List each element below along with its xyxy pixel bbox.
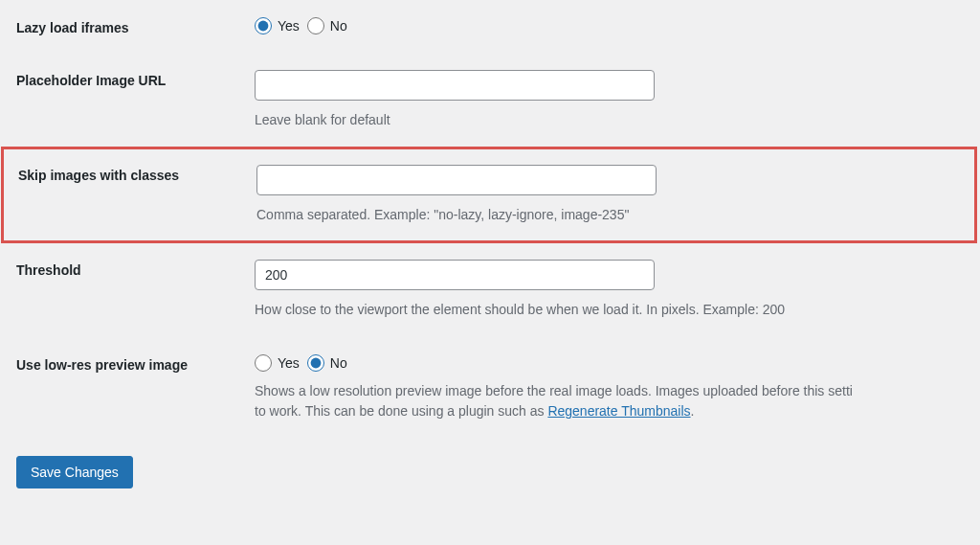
input-threshold[interactable] xyxy=(255,260,655,290)
label-threshold: Threshold xyxy=(0,260,255,278)
radio-label-no: No xyxy=(330,18,347,34)
description-placeholder-url: Leave blank for default xyxy=(255,110,966,130)
field-lowres-preview: Yes No Shows a low resolution preview im… xyxy=(255,354,980,421)
label-lowres-preview: Use low-res preview image xyxy=(0,354,255,373)
description-lowres-preview: Shows a low resolution preview image bef… xyxy=(255,381,966,421)
radio-lazy-iframes-no[interactable] xyxy=(307,17,324,34)
save-button[interactable]: Save Changes xyxy=(16,456,133,488)
label-placeholder-url: Placeholder Image URL xyxy=(0,70,255,88)
row-lowres-preview: Use low-res preview image Yes No Shows a… xyxy=(0,337,980,439)
description-threshold: How close to the viewport the element sh… xyxy=(255,300,966,320)
description-skip-classes: Comma separated. Example: "no-lazy, lazy… xyxy=(256,205,962,225)
row-lazy-iframes: Lazy load iframes Yes No xyxy=(0,0,980,53)
radio-lazy-iframes-yes[interactable] xyxy=(255,17,272,34)
input-placeholder-url[interactable] xyxy=(255,70,655,101)
label-skip-classes: Skip images with classes xyxy=(2,165,256,183)
row-threshold: Threshold How close to the viewport the … xyxy=(0,242,980,337)
field-lazy-iframes: Yes No xyxy=(255,17,980,34)
radio-group-lazy-iframes: Yes No xyxy=(255,17,966,34)
desc-lowres-middle: to work. This can be done using a plugin… xyxy=(255,403,547,419)
input-skip-classes[interactable] xyxy=(256,165,657,195)
field-threshold: How close to the viewport the element sh… xyxy=(255,260,980,320)
settings-form: Lazy load iframes Yes No Placeholder Ima… xyxy=(0,0,980,439)
label-lazy-iframes: Lazy load iframes xyxy=(0,17,255,35)
radio-lowres-no[interactable] xyxy=(307,354,324,372)
desc-lowres-before: Shows a low resolution preview image bef… xyxy=(255,383,853,398)
radio-label-lowres-yes: Yes xyxy=(278,355,300,371)
field-skip-classes: Comma separated. Example: "no-lazy, lazy… xyxy=(256,165,976,225)
field-placeholder-url: Leave blank for default xyxy=(255,70,980,130)
desc-lowres-after: . xyxy=(691,403,695,419)
link-regenerate-thumbnails[interactable]: Regenerate Thumbnails xyxy=(547,403,690,419)
radio-group-lowres-preview: Yes No xyxy=(255,354,966,372)
radio-label-yes: Yes xyxy=(278,18,300,34)
radio-label-lowres-no: No xyxy=(330,355,347,371)
row-skip-classes: Skip images with classes Comma separated… xyxy=(2,148,976,242)
radio-lowres-yes[interactable] xyxy=(255,354,272,372)
row-placeholder-url: Placeholder Image URL Leave blank for de… xyxy=(0,53,980,148)
